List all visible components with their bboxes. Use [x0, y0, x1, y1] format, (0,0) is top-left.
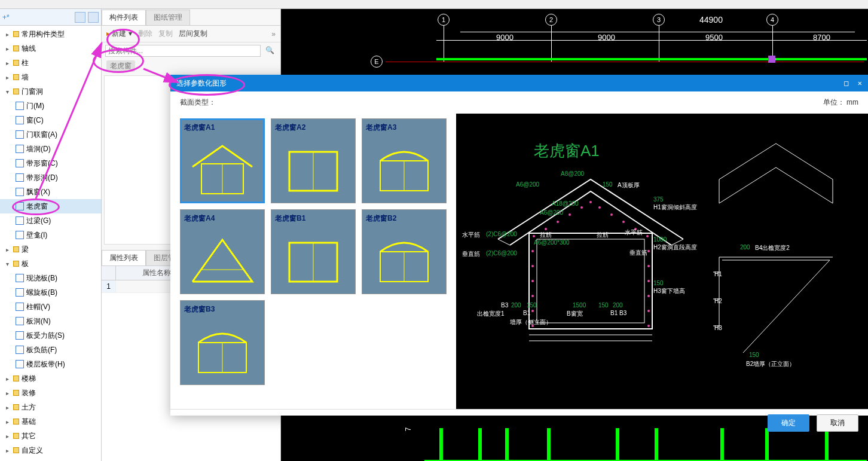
tree-group[interactable]: ▸轴线	[0, 41, 101, 56]
shape-option[interactable]: 老虎窗A2	[271, 118, 356, 203]
tree-item[interactable]: 带形窗(C)	[0, 156, 101, 170]
close-icon[interactable]: ✕	[858, 79, 862, 87]
tree-group[interactable]: ▸墙	[0, 70, 101, 84]
dim-label: 9500	[705, 33, 723, 42]
search-icon[interactable]: 🔍	[263, 45, 277, 57]
tree-item[interactable]: 门联窗(A)	[0, 127, 101, 142]
dialog-title: 选择参数化图形	[176, 78, 227, 88]
tab-properties[interactable]: 属性列表	[102, 250, 146, 265]
shape-preview[interactable]: 老虎窗A1	[456, 114, 868, 409]
tree-item[interactable]: 板受力筋(S)	[0, 328, 101, 343]
shape-option[interactable]: 老虎窗B1	[271, 209, 356, 294]
tree-group[interactable]: ▸土方	[0, 400, 101, 414]
tree-group[interactable]: ▸楼梯	[0, 371, 101, 386]
tree-group[interactable]: ▸柱	[0, 56, 101, 70]
floor-copy-button[interactable]: 层间复制	[179, 29, 207, 39]
maximize-icon[interactable]: □	[844, 79, 848, 87]
search-input[interactable]	[105, 45, 261, 57]
new-button[interactable]: ▸ 新建 ▾	[106, 29, 132, 39]
add-icon[interactable]: +*	[2, 13, 10, 22]
shape-option[interactable]: 老虎窗A4	[180, 209, 265, 294]
svg-point-24	[610, 213, 613, 216]
svg-point-30	[531, 280, 534, 282]
shape-option[interactable]: 老虎窗B2	[362, 209, 447, 294]
svg-point-21	[580, 206, 583, 209]
tree-group[interactable]: ▾板	[0, 257, 101, 271]
shape-option[interactable]: 老虎窗A1	[180, 118, 265, 203]
unit-label: 单位： mm	[823, 97, 858, 108]
delete-button[interactable]: 删除	[138, 29, 152, 39]
axis-marker: 4	[766, 14, 778, 26]
tree-item[interactable]: 飘窗(X)	[0, 185, 101, 199]
axis-marker: 3	[653, 14, 665, 26]
tree-item[interactable]: 老虎窗	[0, 199, 101, 213]
dim-label: 9000	[598, 33, 615, 42]
more-menu[interactable]: »	[271, 30, 276, 38]
tree-group[interactable]: ▾门窗洞	[0, 84, 101, 99]
svg-rect-13	[529, 233, 652, 329]
dim-label: 8700	[813, 33, 830, 42]
axis-marker: 1	[438, 14, 450, 26]
mid-toolbar: ▸ 新建 ▾ 删除 复制 层间复制 »	[102, 26, 280, 42]
shape-option[interactable]: 老虎窗B3	[180, 300, 265, 385]
svg-point-32	[531, 310, 534, 312]
svg-point-22	[589, 201, 592, 203]
svg-point-37	[647, 295, 650, 297]
tree-item[interactable]: 过梁(G)	[0, 213, 101, 228]
tree-group[interactable]: ▸其它	[0, 429, 101, 443]
svg-point-35	[647, 265, 650, 267]
svg-point-17	[533, 235, 535, 237]
tree-group[interactable]: ▸装修	[0, 386, 101, 400]
tree-item[interactable]: 现浇板(B)	[0, 271, 101, 285]
svg-line-42	[743, 260, 830, 353]
tab-component-list[interactable]: 构件列表	[102, 10, 146, 25]
tree-item[interactable]: 柱帽(V)	[0, 300, 101, 314]
svg-point-19	[557, 221, 559, 223]
component-tree-panel: +* ▸常用构件类型▸轴线▸柱▸墙▾门窗洞门(M)窗(C)门联窗(A)墙洞(D)…	[0, 9, 102, 461]
filter-chip[interactable]: 老虎窗	[106, 60, 135, 72]
shape-option[interactable]: 老虎窗A3	[362, 118, 447, 203]
tree-item[interactable]: 板负筋(F)	[0, 343, 101, 357]
svg-point-34	[647, 250, 650, 252]
tree-item[interactable]: 壁龛(I)	[0, 228, 101, 242]
svg-point-29	[531, 265, 534, 267]
svg-point-39	[647, 325, 650, 327]
svg-point-23	[598, 206, 601, 209]
svg-rect-14	[537, 239, 644, 323]
cancel-button[interactable]: 取消	[817, 414, 858, 432]
tree-group[interactable]: ▸基础	[0, 414, 101, 429]
shape-grid: 老虎窗A1老虎窗A2老虎窗A3老虎窗A4老虎窗B1老虎窗B2老虎窗B3	[170, 114, 456, 409]
copy-button[interactable]: 复制	[158, 29, 173, 39]
tree-group[interactable]: ▸自定义	[0, 443, 101, 457]
svg-point-18	[545, 228, 547, 230]
svg-point-25	[622, 221, 625, 223]
view-toggle-2[interactable]	[88, 12, 99, 23]
svg-point-20	[569, 213, 571, 216]
tree-item[interactable]: 螺旋板(B)	[0, 285, 101, 300]
tree-item[interactable]: 带形洞(D)	[0, 170, 101, 185]
section-type-label: 截面类型：	[180, 97, 216, 108]
svg-point-38	[647, 310, 650, 312]
tab-drawing-mgmt[interactable]: 图纸管理	[146, 10, 190, 25]
svg-point-27	[646, 235, 649, 237]
tree-item[interactable]: 板洞(N)	[0, 314, 101, 328]
tree-item[interactable]: 窗(C)	[0, 113, 101, 127]
axis-marker-e: E	[371, 56, 383, 68]
dialog-titlebar[interactable]: 选择参数化图形 □ ✕	[170, 75, 868, 91]
view-toggle-1[interactable]	[75, 12, 85, 23]
tree-toolbar: +*	[0, 9, 101, 26]
tree-item[interactable]: 墙洞(D)	[0, 142, 101, 156]
total-dim: 44900	[699, 15, 723, 25]
parametric-shape-dialog: 选择参数化图形 □ ✕ 截面类型： 单位： mm 老虎窗A1老虎窗A2老虎窗A3…	[170, 75, 868, 416]
tree-group[interactable]: ▸常用构件类型	[0, 27, 101, 41]
tree-item[interactable]: 门(M)	[0, 99, 101, 113]
ok-button[interactable]: 确定	[768, 414, 809, 432]
dim-label: 9000	[496, 33, 514, 42]
tree-item[interactable]: 楼层板带(H)	[0, 357, 101, 371]
tree-group[interactable]: ▸梁	[0, 242, 101, 257]
axis-marker: 2	[545, 14, 557, 26]
preview-title: 老虎窗A1	[534, 141, 600, 161]
svg-point-36	[647, 280, 650, 282]
svg-point-28	[531, 250, 534, 252]
svg-point-31	[531, 295, 534, 297]
